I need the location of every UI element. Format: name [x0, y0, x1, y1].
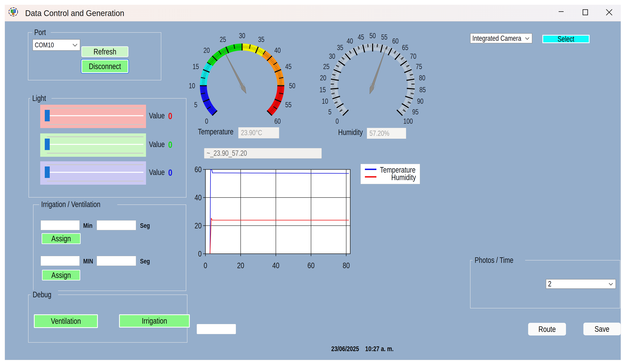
svg-text:60: 60	[274, 117, 281, 125]
svg-text:40: 40	[274, 46, 281, 54]
svg-text:60: 60	[195, 165, 202, 174]
svg-text:40: 40	[272, 261, 279, 270]
svg-text:75: 75	[416, 63, 422, 71]
svg-text:80: 80	[343, 261, 350, 270]
svg-text:5: 5	[328, 108, 331, 116]
svg-text:20: 20	[195, 221, 202, 230]
svg-text:10: 10	[189, 82, 195, 90]
svg-text:55: 55	[381, 33, 388, 41]
svg-text:20: 20	[203, 46, 210, 54]
svg-text:10: 10	[322, 97, 328, 105]
svg-text:20: 20	[320, 74, 326, 82]
svg-text:95: 95	[412, 108, 419, 116]
svg-text:0: 0	[336, 117, 339, 125]
svg-text:45: 45	[358, 33, 364, 41]
svg-text:35: 35	[337, 43, 343, 52]
svg-text:100: 100	[403, 117, 413, 125]
svg-text:70: 70	[410, 52, 416, 60]
svg-text:0: 0	[205, 117, 208, 125]
svg-text:55: 55	[285, 101, 292, 109]
svg-text:60: 60	[392, 37, 399, 45]
svg-text:85: 85	[419, 86, 426, 94]
svg-text:40: 40	[195, 193, 202, 202]
svg-text:20: 20	[237, 261, 244, 270]
svg-text:40: 40	[347, 37, 353, 45]
svg-text:35: 35	[258, 35, 265, 43]
svg-text:60: 60	[308, 261, 314, 270]
svg-text:65: 65	[402, 43, 408, 52]
svg-text:30: 30	[329, 52, 335, 60]
svg-text:90: 90	[417, 97, 424, 105]
svg-text:15: 15	[193, 63, 199, 71]
svg-text:15: 15	[319, 86, 326, 94]
svg-text:25: 25	[323, 63, 329, 71]
svg-text:0: 0	[204, 261, 207, 270]
svg-text:80: 80	[419, 74, 425, 82]
svg-text:45: 45	[285, 63, 292, 71]
svg-text:0: 0	[198, 249, 202, 258]
svg-text:50: 50	[369, 32, 376, 40]
svg-text:5: 5	[194, 101, 197, 109]
svg-text:30: 30	[239, 32, 245, 40]
svg-text:25: 25	[220, 35, 226, 43]
svg-text:50: 50	[289, 82, 295, 90]
